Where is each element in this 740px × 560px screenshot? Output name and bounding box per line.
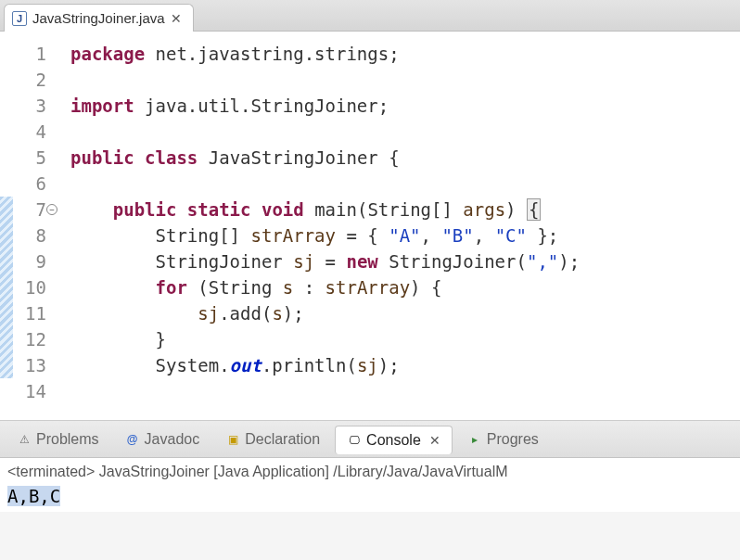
tab-label: Progres [487,431,539,448]
tab-progress[interactable]: ▸ Progres [456,426,550,453]
line-number: 8 [0,223,46,248]
panel-tab-strip: ⚠ Problems @ Javadoc ▣ Declaration 🖵 Con… [0,421,740,458]
declaration-icon: ▣ [225,432,240,447]
line-number: 5 [0,145,46,171]
line-number: 9 [0,248,46,274]
code-line: StringJoiner sj = new StringJoiner(","); [70,251,580,272]
line-number: 12 [0,326,46,352]
code-line [70,70,81,90]
console-output[interactable]: A,B,C [7,486,733,506]
tab-label: Problems [36,431,99,448]
code-editor[interactable]: 1 2 3 4 5 6 7− 8 9 10 11 12 13 14 packag… [0,32,740,421]
line-number: 3 [0,93,46,119]
tab-label: Console [366,432,421,449]
line-number: 13 [0,352,46,378]
console-header: <terminated> JavaStringJoiner [Java Appl… [7,464,733,480]
code-line: for (String s : strArray) { [70,277,441,298]
line-number: 11 [0,300,46,326]
close-icon[interactable]: ✕ [429,433,440,448]
tab-label: Javadoc [145,431,200,448]
close-icon[interactable]: ✕ [171,11,182,26]
tab-declaration[interactable]: ▣ Declaration [214,426,331,453]
code-line: sj.add(s); [70,303,304,324]
code-line [70,121,81,142]
java-file-icon: J [12,11,27,26]
line-number: 10 [0,274,46,300]
line-number: 7− [0,197,46,223]
code-line: import java.util.StringJoiner; [70,95,389,116]
editor-tab-strip: J JavaStringJoiner.java ✕ [0,0,740,32]
editor-tab-active[interactable]: J JavaStringJoiner.java ✕ [4,4,194,32]
line-number: 2 [0,67,46,93]
console-icon: 🖵 [347,433,362,448]
code-line: package net.javastring.strings; [70,44,400,64]
tab-console[interactable]: 🖵 Console ✕ [335,426,453,454]
code-line: System.out.println(sj); [70,355,400,375]
code-line: String[] strArray = { "A", "B", "C" }; [70,225,558,246]
code-line: public class JavaStringJoiner { [70,147,400,168]
tab-label: Declaration [245,431,320,448]
code-line [70,381,81,401]
tab-problems[interactable]: ⚠ Problems [6,426,110,453]
problems-icon: ⚠ [17,432,32,447]
line-number: 6 [0,171,46,197]
code-line: } [70,329,166,350]
javadoc-icon: @ [125,432,140,447]
gutter: 1 2 3 4 5 6 7− 8 9 10 11 12 13 14 [0,32,54,420]
editor-tab-filename: JavaStringJoiner.java [32,10,165,26]
code-area[interactable]: package net.javastring.strings; import j… [54,32,580,420]
line-number: 4 [0,119,46,145]
code-line [70,173,81,194]
line-number: 14 [0,378,46,404]
console-panel: <terminated> JavaStringJoiner [Java Appl… [0,458,740,512]
line-number: 1 [0,41,46,67]
fold-icon[interactable]: − [46,204,57,215]
tab-javadoc[interactable]: @ Javadoc [114,426,211,453]
progress-icon: ▸ [467,432,482,447]
code-line: public static void main(String[] args) { [70,198,541,221]
